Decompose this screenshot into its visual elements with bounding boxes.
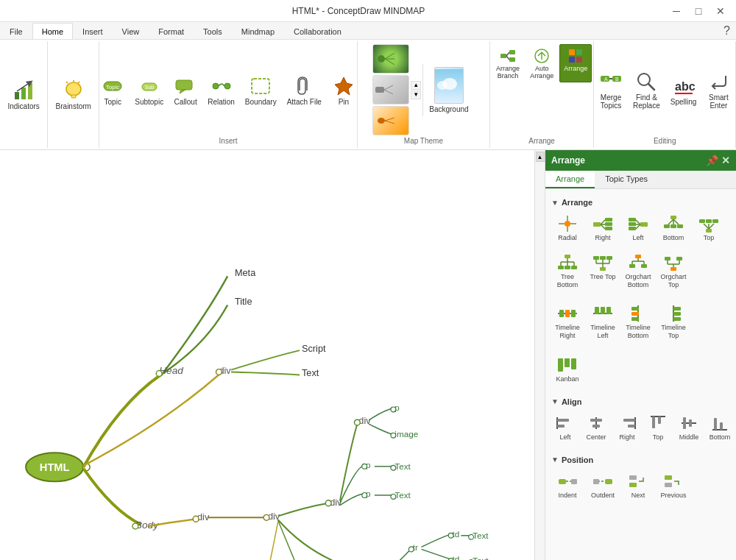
background-button[interactable]: Background [422,64,474,116]
svg-rect-199 [565,358,570,367]
align-left-icon [553,413,577,433]
pin-button[interactable]: Pin [328,71,360,109]
position-outdent[interactable]: Outdent [587,467,619,503]
theme-scroll-down[interactable]: ▼ [411,91,421,99]
svg-rect-0 [15,92,19,99]
arrange-orgchart-bottom[interactable]: Orgchart Bottom [622,249,654,293]
find-replace-button[interactable]: Find &Replace [629,67,665,113]
canvas[interactable]: HTML Head Meta Title div Script [0,150,534,560]
tree-bottom-icon [556,252,579,273]
position-indent[interactable]: Indent [551,467,584,503]
align-section-label: Align [562,397,582,406]
svg-rect-173 [629,264,635,268]
align-bottom[interactable]: Bottom [706,409,734,445]
boundary-button[interactable]: Boundary [241,71,281,109]
arrange-tree-bottom[interactable]: Tree Bottom [551,249,584,293]
arrange-timeline-top[interactable]: Timeline Top [657,300,690,344]
arrange-timeline-bottom[interactable]: Timeline Bottom [622,300,654,344]
tab-file[interactable]: File [0,23,32,39]
callout-button[interactable]: Callout [169,71,202,109]
tab-mindmap[interactable]: Mindmap [232,23,284,39]
topic-button[interactable]: Topic Topic [96,71,129,109]
map-theme-preview: ▲ ▼ [372,44,421,135]
relation-button[interactable]: Relation [203,71,239,109]
panel-tab-arrange[interactable]: Arrange [545,171,595,188]
arrange-timeline-grid: Timeline Right Timeline Left Timeline Bo… [551,300,730,344]
position-previous[interactable]: Previous [657,467,690,503]
timeline-left-icon [591,303,615,324]
arrange-section-header[interactable]: ▼ Arrange [551,195,730,210]
arrange-tree-top[interactable]: Tree Top [587,249,619,293]
merge-topics-button[interactable]: AB MergeTopics [595,67,627,113]
tab-home[interactable]: Home [32,23,73,39]
position-section-header[interactable]: ▼ Position [551,453,730,467]
svg-rect-136 [670,216,676,219]
restore-button[interactable]: □ [689,4,708,18]
arrange-orgchart-top[interactable]: Orgchart Top [657,249,690,293]
position-next[interactable]: Next [622,467,654,503]
spelling-button[interactable]: abc Spelling [666,71,701,109]
svg-line-123 [601,220,605,224]
align-top[interactable]: Top [644,409,672,445]
arrange-button[interactable]: Arrange [559,44,592,82]
panel-tab-topic-types[interactable]: Topic Types [595,171,658,188]
tab-format[interactable]: Format [149,23,194,39]
smart-enter-button[interactable]: SmartEnter [702,67,735,113]
align-center[interactable]: Center [582,409,610,445]
svg-line-23 [384,85,393,90]
tab-insert[interactable]: Insert [73,23,113,39]
theme-2[interactable] [372,75,409,104]
theme-1[interactable] [372,44,409,74]
right-panel: Arrange 📌 ✕ Arrange Topic Types ▼ Arrang… [545,150,736,560]
arrange-right[interactable]: Right [587,210,619,246]
align-top-icon [646,413,670,433]
subtopic-icon: Sub [138,74,161,98]
tree-top-icon [591,252,615,273]
tab-collaboration[interactable]: Collaboration [284,23,351,39]
indicators-button[interactable]: Indicators [3,76,43,113]
arrange-kanban[interactable]: Kanban [551,351,584,387]
arrange-top[interactable]: Top [693,210,725,246]
ribbon-group-arrange: ArrangeBranch AutoArrange Arrange [490,41,594,148]
arrange-bottom[interactable]: Bottom [657,210,690,246]
minimize-button[interactable]: ─ [667,4,686,18]
arrange-left[interactable]: Left [622,210,654,246]
arrange-timeline-right[interactable]: Timeline Right [551,300,584,344]
tab-view[interactable]: View [113,23,149,39]
theme-scroll-up[interactable]: ▲ [411,81,421,90]
align-center-label: Center [586,433,606,442]
svg-text:Title: Title [235,296,252,307]
previous-icon [662,471,685,492]
align-section-header[interactable]: ▼ Align [551,394,730,409]
top-icon [697,213,721,234]
align-left[interactable]: Left [551,409,579,445]
arrange-radial[interactable]: Radial [551,210,584,246]
close-button[interactable]: ✕ [711,4,730,18]
panel-pin-button[interactable]: 📌 [706,155,718,166]
theme-3[interactable] [372,106,409,135]
help-button[interactable]: ? [718,23,736,39]
svg-rect-227 [665,475,672,480]
svg-rect-31 [500,54,506,58]
svg-rect-217 [714,418,717,430]
attach-file-button[interactable]: Attach File [283,71,326,109]
callout-icon [174,74,197,98]
tab-tools[interactable]: Tools [194,23,232,39]
svg-rect-168 [635,255,641,258]
orgchart-bottom-icon [626,252,650,273]
smart-enter-icon [707,70,730,93]
auto-arrange-button[interactable]: AutoArrange [526,44,558,82]
previous-label: Previous [660,492,686,500]
scroll-up-button[interactable]: ▲ [536,152,545,162]
subtopic-button[interactable]: Sub Subtopic [130,71,168,109]
panel-close-button[interactable]: ✕ [721,155,730,166]
brainstorm-button[interactable]: Brainstorm [52,76,96,113]
arrange-branch-button[interactable]: ArrangeBranch [492,44,524,82]
align-right[interactable]: Right [613,409,641,445]
align-middle[interactable]: Middle [675,409,703,445]
svg-line-24 [384,90,393,94]
arrange-timeline-left[interactable]: Timeline Left [587,300,619,344]
svg-rect-195 [673,307,681,311]
svg-rect-22 [375,87,384,93]
ribbon-group-map-theme: ▲ ▼ Background Map Theme [358,41,490,148]
